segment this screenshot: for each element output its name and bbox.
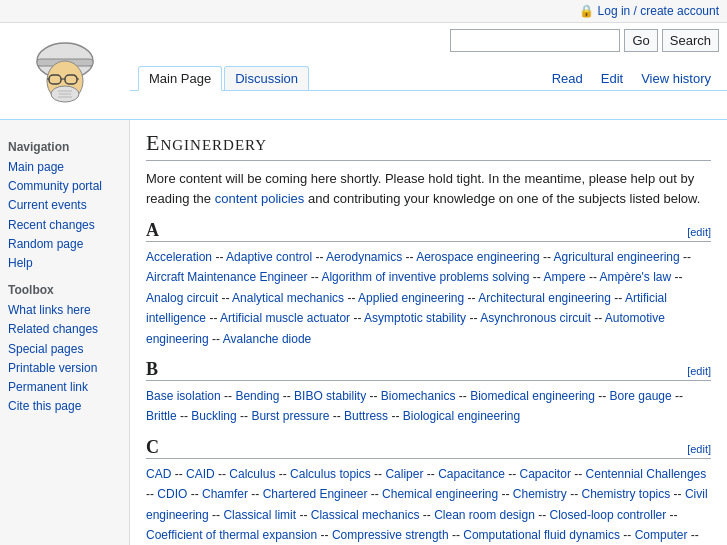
sidebar-item-recent-changes[interactable]: Recent changes bbox=[8, 216, 121, 235]
sidebar-item-what-links-here[interactable]: What links here bbox=[8, 301, 121, 320]
section-a-links: Acceleration -- Adaptive control -- Aero… bbox=[146, 247, 711, 349]
sidebar-item-current-events[interactable]: Current events bbox=[8, 196, 121, 215]
body-wrap: Navigation Main page Community portal Cu… bbox=[0, 120, 727, 545]
sidebar-item-printable-version[interactable]: Printable version bbox=[8, 359, 121, 378]
section-b-links: Base isolation -- Bending -- BIBO stabil… bbox=[146, 386, 711, 427]
sidebar-item-help[interactable]: Help bbox=[8, 254, 121, 273]
section-c-letter: C bbox=[146, 437, 159, 458]
section-a-edit[interactable]: [edit] bbox=[687, 226, 711, 238]
toolbox-section-title: Toolbox bbox=[8, 283, 121, 297]
tab-discussion[interactable]: Discussion bbox=[224, 66, 309, 90]
section-a-header: A [edit] bbox=[146, 220, 711, 242]
search-button[interactable]: Search bbox=[662, 29, 719, 52]
sidebar-item-random-page[interactable]: Random page bbox=[8, 235, 121, 254]
login-link[interactable]: Log in / create account bbox=[598, 4, 719, 18]
nav-search-area: Go Search Main Page Discussion Read Edit… bbox=[130, 23, 727, 119]
content-policies-link[interactable]: content policies bbox=[215, 191, 305, 206]
sidebar-item-cite-this-page[interactable]: Cite this page bbox=[8, 397, 121, 416]
sidebar-item-community-portal[interactable]: Community portal bbox=[8, 177, 121, 196]
search-row: Go Search bbox=[130, 23, 727, 58]
tab-view-history[interactable]: View history bbox=[633, 67, 719, 90]
sidebar-item-permanent-link[interactable]: Permanent link bbox=[8, 378, 121, 397]
tab-main-page[interactable]: Main Page bbox=[138, 66, 222, 91]
tabs-row: Main Page Discussion Read Edit View hist… bbox=[130, 66, 727, 91]
section-a-letter: A bbox=[146, 220, 159, 241]
section-c-header: C [edit] bbox=[146, 437, 711, 459]
sidebar-item-main-page[interactable]: Main page bbox=[8, 158, 121, 177]
intro-paragraph: More content will be coming here shortly… bbox=[146, 169, 711, 208]
sidebar-item-special-pages[interactable]: Special pages bbox=[8, 340, 121, 359]
logo-area bbox=[0, 23, 130, 119]
section-b-edit[interactable]: [edit] bbox=[687, 365, 711, 377]
main-content: Enginerdery More content will be coming … bbox=[130, 120, 727, 545]
tab-edit[interactable]: Edit bbox=[593, 67, 631, 90]
tab-read[interactable]: Read bbox=[544, 67, 591, 90]
section-b-header: B [edit] bbox=[146, 359, 711, 381]
user-icon: 🔒 bbox=[579, 4, 594, 18]
section-c-links: CAD -- CAID -- Calculus -- Calculus topi… bbox=[146, 464, 711, 545]
header: Go Search Main Page Discussion Read Edit… bbox=[0, 23, 727, 120]
section-b-letter: B bbox=[146, 359, 158, 380]
sidebar-item-related-changes[interactable]: Related changes bbox=[8, 320, 121, 339]
page-title: Enginerdery bbox=[146, 130, 711, 161]
go-button[interactable]: Go bbox=[624, 29, 657, 52]
top-bar: 🔒 Log in / create account bbox=[0, 0, 727, 23]
sidebar: Navigation Main page Community portal Cu… bbox=[0, 120, 130, 545]
search-input[interactable] bbox=[450, 29, 620, 52]
nav-section-title: Navigation bbox=[8, 140, 121, 154]
site-logo bbox=[25, 31, 105, 111]
section-c-edit[interactable]: [edit] bbox=[687, 443, 711, 455]
